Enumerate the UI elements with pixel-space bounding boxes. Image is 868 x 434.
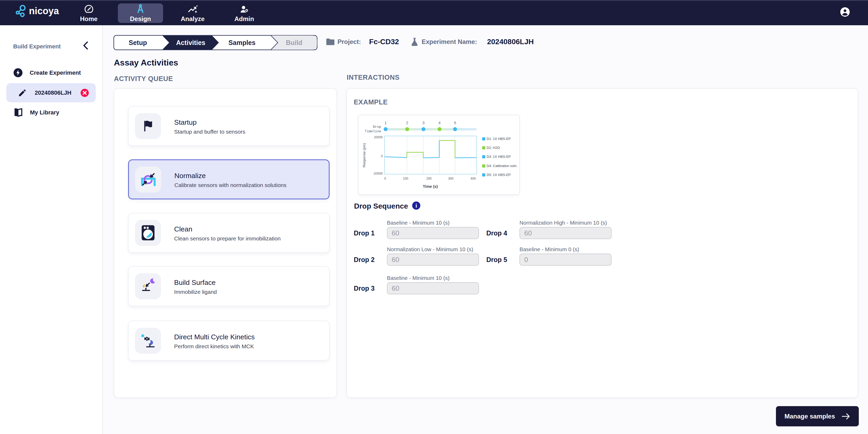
svg-text:D2: H2O: D2: H2O [487, 146, 500, 150]
svg-text:Setup: Setup [129, 39, 147, 46]
svg-text:100: 100 [403, 177, 408, 180]
svg-text:200: 200 [426, 177, 432, 180]
svg-text:2: 2 [406, 121, 408, 125]
svg-text:5: 5 [454, 121, 456, 125]
svg-text:3: 3 [423, 121, 425, 125]
svg-text:D5: 1X HBS-EP: D5: 1X HBS-EP [487, 173, 511, 177]
svg-text:400: 400 [471, 177, 476, 180]
svg-text:20000: 20000 [374, 135, 383, 139]
svg-text:4: 4 [438, 121, 441, 125]
svg-text:Samples: Samples [228, 39, 256, 46]
svg-text:D3: 1X HBS-EP: D3: 1X HBS-EP [487, 155, 511, 159]
svg-text:0: 0 [384, 177, 386, 180]
svg-text:Build: Build [286, 39, 303, 46]
svg-text:300: 300 [448, 177, 454, 180]
svg-text:Time (s): Time (s) [423, 184, 438, 189]
svg-text:Drop: Drop [373, 125, 381, 129]
svg-text:D4: Calibration soln.: D4: Calibration soln. [487, 164, 517, 168]
svg-text:Response (pm): Response (pm) [362, 143, 366, 167]
svg-text:Timeline: Timeline [365, 129, 381, 133]
svg-text:D1: 1X HBS-EP: D1: 1X HBS-EP [487, 137, 511, 141]
svg-text:1: 1 [384, 121, 386, 125]
svg-text:-20000: -20000 [373, 172, 383, 176]
svg-text:Activities: Activities [176, 39, 205, 46]
svg-text:0: 0 [381, 154, 383, 158]
